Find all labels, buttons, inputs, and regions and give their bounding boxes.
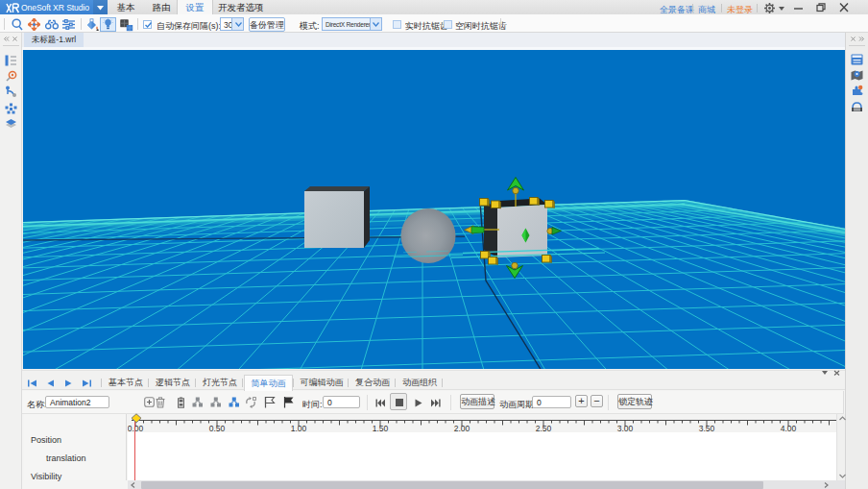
svg-text:4.00: 4.00: [781, 424, 797, 432]
svg-text:0.50: 0.50: [209, 424, 226, 432]
svg-text:3.00: 3.00: [617, 424, 634, 432]
svg-text:2.50: 2.50: [536, 424, 552, 432]
svg-text:1.00: 1.00: [291, 424, 307, 432]
svg-text:1.50: 1.50: [373, 424, 389, 432]
svg-text:2.00: 2.00: [454, 424, 470, 432]
svg-text:3.50: 3.50: [699, 424, 715, 432]
